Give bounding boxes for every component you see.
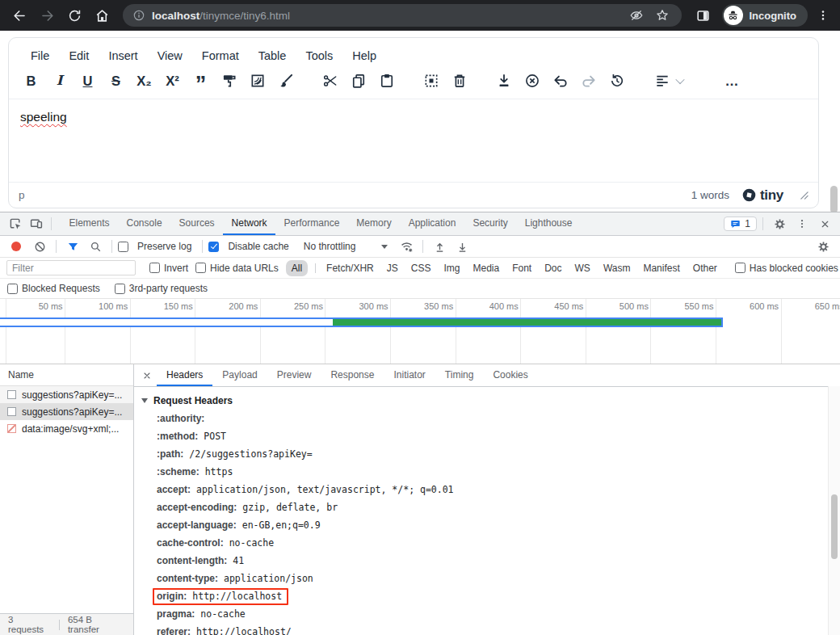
tiny-logo[interactable]: tiny	[742, 187, 783, 204]
disable-cache-checkbox[interactable]	[208, 242, 219, 252]
has-blocked-cookies-checkbox[interactable]	[735, 263, 746, 273]
issues-badge[interactable]: 1	[724, 217, 757, 231]
underline-icon[interactable]: U	[75, 69, 100, 93]
devtools-menu-icon[interactable]	[792, 215, 813, 233]
incognito-badge[interactable]: Incognito	[722, 4, 808, 27]
address-bar[interactable]: localhost/tinymce/tiny6.html	[123, 4, 682, 27]
detail-scrollbar[interactable]	[828, 386, 840, 635]
eye-off-icon[interactable]	[627, 6, 646, 25]
italic-icon[interactable]: I	[47, 69, 72, 93]
menu-edit[interactable]: Edit	[60, 45, 98, 66]
filter-toggle-icon[interactable]	[62, 238, 83, 255]
page-scrollbar-thumb[interactable]	[830, 186, 838, 213]
preserve-log-checkbox[interactable]	[118, 242, 128, 252]
preserve-log-toggle[interactable]: Preserve log	[118, 241, 196, 252]
menu-view[interactable]: View	[149, 45, 191, 66]
blocked-requests-toggle[interactable]: Blocked Requests	[7, 283, 100, 294]
blocked-requests-checkbox[interactable]	[7, 284, 18, 294]
filter-input[interactable]	[6, 260, 136, 275]
paste-icon[interactable]	[374, 69, 399, 93]
has-blocked-cookies-toggle[interactable]: Has blocked cookies	[735, 263, 838, 274]
network-overview-timeline[interactable]: 50 ms100 ms150 ms200 ms250 ms300 ms350 m…	[0, 299, 840, 364]
side-panel-button[interactable]	[690, 3, 717, 27]
brush-icon[interactable]	[273, 69, 298, 93]
filter-type-ws[interactable]: WS	[569, 260, 596, 276]
tab-elements[interactable]: Elements	[61, 212, 118, 235]
cancel-icon[interactable]	[519, 69, 544, 93]
home-button[interactable]	[89, 3, 115, 27]
import-har-icon[interactable]	[429, 238, 450, 255]
request-row[interactable]: suggestions?apiKey=...	[0, 403, 133, 420]
filter-type-wasm[interactable]: Wasm	[598, 260, 636, 276]
misspelled-word[interactable]: speeling	[20, 110, 67, 124]
download-icon[interactable]	[491, 69, 516, 93]
tab-console[interactable]: Console	[118, 212, 170, 235]
network-search-icon[interactable]	[85, 238, 106, 255]
tab-sources[interactable]: Sources	[170, 212, 223, 235]
redo-icon[interactable]	[576, 69, 601, 93]
superscript-icon[interactable]: X²	[160, 69, 185, 93]
subscript-icon[interactable]: X₂	[132, 69, 157, 93]
editor-content-area[interactable]: speeling	[9, 99, 818, 182]
forward-button[interactable]	[34, 3, 60, 27]
back-button[interactable]	[6, 3, 32, 27]
bookmark-star-icon[interactable]	[653, 6, 672, 25]
hide-data-urls-checkbox[interactable]	[195, 263, 206, 273]
tab-lighthouse[interactable]: Lighthouse	[516, 212, 581, 235]
devtools-close-icon[interactable]	[814, 215, 835, 233]
record-button[interactable]	[11, 242, 21, 251]
clear-network-log-icon[interactable]	[29, 238, 50, 255]
menu-insert[interactable]: Insert	[99, 45, 146, 66]
tab-network[interactable]: Network	[223, 212, 275, 235]
more-icon[interactable]: …	[720, 69, 745, 93]
third-party-checkbox[interactable]	[115, 284, 125, 294]
invert-toggle[interactable]: Invert	[149, 263, 188, 274]
throttling-select[interactable]: No throttling	[304, 241, 388, 252]
third-party-toggle[interactable]: 3rd-party requests	[115, 283, 208, 294]
delete-icon[interactable]	[447, 69, 472, 93]
image-frame-icon[interactable]	[245, 69, 270, 93]
tab-performance[interactable]: Performance	[275, 212, 348, 235]
invert-checkbox[interactable]	[149, 263, 160, 273]
close-detail-icon[interactable]	[137, 364, 157, 386]
request-row[interactable]: suggestions?apiKey=...	[0, 386, 133, 403]
menu-table[interactable]: Table	[250, 45, 296, 66]
bold-icon[interactable]: B	[19, 69, 44, 93]
detail-tab-payload[interactable]: Payload	[212, 364, 267, 386]
reload-button[interactable]	[61, 3, 87, 27]
tab-memory[interactable]: Memory	[348, 212, 400, 235]
strikethrough-icon[interactable]: S	[103, 69, 128, 93]
filter-type-img[interactable]: Img	[438, 260, 465, 276]
filter-type-doc[interactable]: Doc	[539, 260, 567, 276]
word-count[interactable]: 1 words	[691, 189, 729, 201]
devtools-settings-icon[interactable]	[769, 215, 790, 233]
filter-type-js[interactable]: JS	[381, 260, 404, 276]
tab-application[interactable]: Application	[400, 212, 464, 235]
network-conditions-icon[interactable]	[396, 238, 417, 255]
filter-type-css[interactable]: CSS	[405, 260, 437, 276]
detail-tab-response[interactable]: Response	[321, 364, 384, 386]
filter-type-manifest[interactable]: Manifest	[637, 260, 685, 276]
filter-type-fetch-xhr[interactable]: Fetch/XHR	[309, 260, 380, 276]
hide-data-urls-toggle[interactable]: Hide data URLs	[195, 263, 279, 274]
element-path[interactable]: p	[19, 189, 25, 201]
filter-type-all[interactable]: All	[286, 260, 308, 276]
detail-tab-cookies[interactable]: Cookies	[483, 364, 537, 386]
detail-tab-initiator[interactable]: Initiator	[384, 364, 435, 386]
restore-draft-icon[interactable]	[604, 69, 629, 93]
resize-handle-icon[interactable]	[800, 191, 808, 200]
request-row[interactable]: data:image/svg+xml;...	[0, 420, 133, 437]
blockquote-icon[interactable]: ”	[188, 69, 213, 93]
network-settings-icon[interactable]	[813, 238, 834, 255]
filter-type-other[interactable]: Other	[687, 260, 723, 276]
filter-type-media[interactable]: Media	[467, 260, 505, 276]
menu-file[interactable]: File	[22, 45, 58, 66]
device-toolbar-icon[interactable]	[26, 215, 47, 233]
request-headers-section[interactable]: Request Headers	[139, 392, 829, 410]
export-har-icon[interactable]	[452, 238, 472, 255]
undo-icon[interactable]	[548, 69, 573, 93]
filter-type-font[interactable]: Font	[506, 260, 537, 276]
detail-scrollbar-thumb[interactable]	[831, 494, 838, 559]
cut-icon[interactable]	[317, 69, 342, 93]
menu-format[interactable]: Format	[193, 45, 248, 66]
